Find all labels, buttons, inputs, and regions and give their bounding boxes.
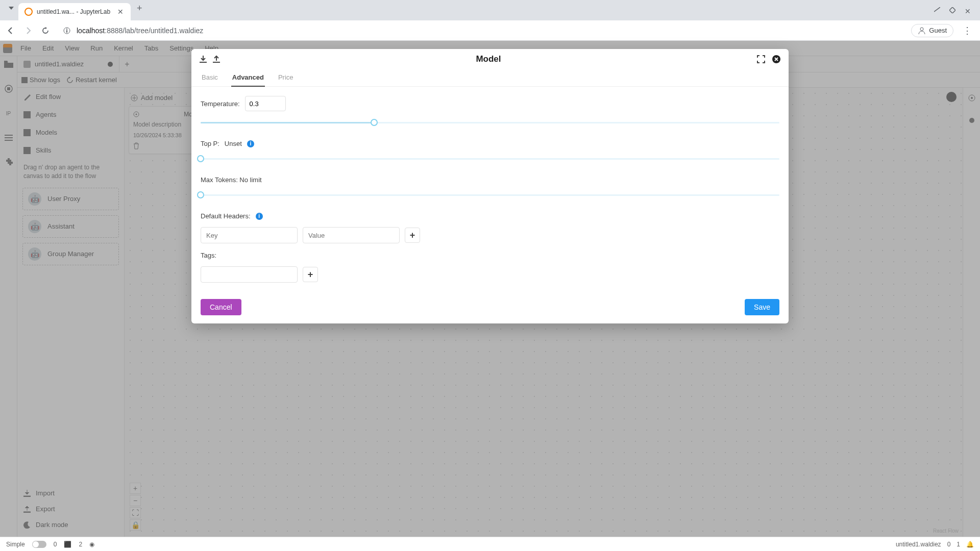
bell-icon[interactable]: 🔔	[966, 541, 974, 548]
svg-rect-2	[66, 29, 67, 30]
add-tag-button[interactable]: +	[303, 267, 318, 282]
status-count-2: 2	[79, 541, 82, 548]
tag-input[interactable]	[201, 266, 298, 283]
maximize-icon[interactable]	[949, 7, 955, 15]
simple-mode-toggle[interactable]	[32, 541, 46, 548]
header-value-input[interactable]	[303, 227, 400, 243]
info-icon[interactable]: i	[256, 213, 263, 220]
tab-close-icon[interactable]: ✕	[116, 8, 125, 16]
top-p-label: Top P:	[201, 140, 219, 147]
modal-tabs: Basic Advanced Price	[191, 67, 789, 87]
minimize-icon[interactable]	[934, 7, 940, 15]
model-modal: Model Basic Advanced Price Temperature:	[191, 49, 789, 323]
status-zero: 0	[947, 541, 951, 548]
modal-title: Model	[221, 54, 756, 64]
browser-tab[interactable]: untitled1.wa... - JupyterLab ✕	[18, 3, 131, 20]
tags-label: Tags:	[201, 252, 216, 259]
headers-label: Default Headers:	[201, 212, 251, 220]
add-header-button[interactable]: +	[405, 228, 420, 243]
export-model-icon[interactable]	[212, 55, 221, 64]
guest-label: Guest	[929, 27, 947, 34]
svg-point-3	[920, 28, 923, 31]
temperature-slider[interactable]	[201, 118, 779, 127]
temperature-input[interactable]	[245, 96, 286, 111]
browser-tab-strip: untitled1.wa... - JupyterLab ✕ + ✕	[0, 0, 980, 20]
save-button[interactable]: Save	[745, 299, 779, 315]
top-p-slider[interactable]	[201, 155, 779, 163]
guest-profile[interactable]: Guest	[911, 24, 953, 37]
site-info-icon[interactable]	[62, 26, 71, 35]
url-bar[interactable]: localhost:8888/lab/tree/untitled1.waldie…	[57, 23, 905, 38]
tab-title: untitled1.wa... - JupyterLab	[37, 8, 112, 15]
browser-toolbar: localhost:8888/lab/tree/untitled1.waldie…	[0, 20, 980, 41]
top-p-value: Unset	[225, 140, 242, 147]
max-tokens-label: Max Tokens: No limit	[201, 176, 262, 184]
info-icon[interactable]: i	[247, 140, 254, 147]
jupyter-favicon	[24, 8, 33, 16]
tab-list-dropdown[interactable]	[7, 4, 15, 12]
back-button[interactable]	[5, 25, 16, 36]
user-icon	[918, 27, 926, 35]
reload-button[interactable]	[40, 25, 51, 36]
tab-price[interactable]: Price	[277, 70, 295, 86]
status-indicator-icon[interactable]: ◉	[89, 541, 94, 548]
new-tab-button[interactable]: +	[137, 3, 142, 14]
tab-basic[interactable]: Basic	[201, 70, 219, 86]
browser-menu-icon[interactable]: ⋮	[960, 25, 975, 36]
status-count-0: 0	[54, 541, 57, 548]
forward-button[interactable]	[22, 25, 34, 36]
status-bar: Simple 0 ⬛ 2 ◉ untitled1.waldiez 0 1 🔔	[0, 537, 980, 551]
window-controls: ✕	[934, 7, 971, 15]
temperature-label: Temperature:	[201, 100, 240, 108]
max-tokens-slider[interactable]	[201, 191, 779, 199]
header-key-input[interactable]	[201, 227, 298, 243]
terminal-icon[interactable]: ⬛	[64, 541, 71, 548]
status-filename: untitled1.waldiez	[896, 541, 941, 548]
close-icon[interactable]: ✕	[965, 7, 971, 15]
cancel-button[interactable]: Cancel	[201, 299, 241, 315]
status-one: 1	[957, 541, 960, 548]
svg-rect-1	[66, 30, 67, 33]
tab-advanced[interactable]: Advanced	[231, 70, 265, 86]
fullscreen-icon[interactable]	[756, 54, 766, 64]
simple-mode-label: Simple	[6, 541, 25, 548]
import-model-icon[interactable]	[199, 55, 208, 64]
url-text: localhost:8888/lab/tree/untitled1.waldie…	[77, 27, 203, 35]
modal-overlay: Model Basic Advanced Price Temperature:	[0, 41, 980, 537]
modal-close-icon[interactable]	[771, 54, 781, 64]
